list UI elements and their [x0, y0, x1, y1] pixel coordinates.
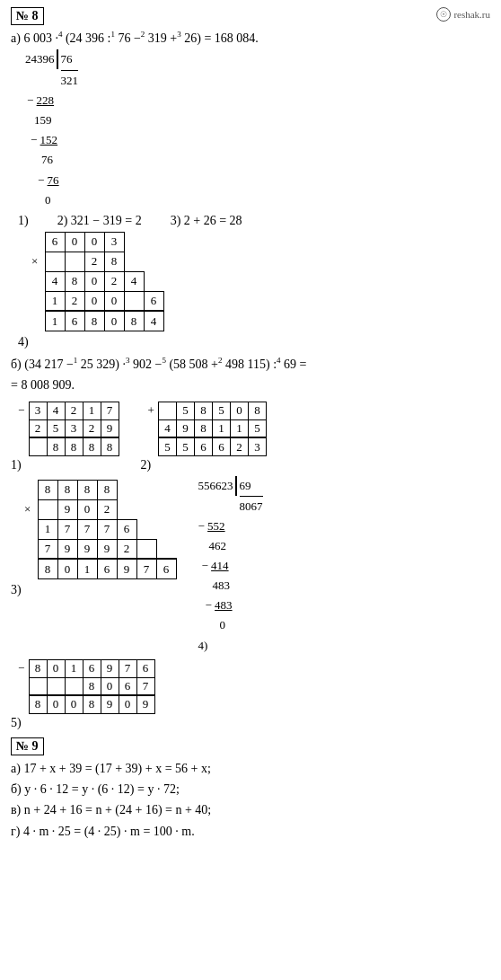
s1r2c1: 2 [29, 419, 47, 437]
s1r1c4: 1 [83, 402, 101, 419]
div-b-divisor: 69 [240, 476, 263, 497]
p1-c3: 0 [84, 271, 104, 291]
a1r1c6: 8 [249, 402, 267, 419]
part-a-section: а) 6 003 ·4 (24 396 :1 76 −2 319 +3 26) … [11, 29, 490, 349]
s2r2c7: 7 [136, 677, 154, 695]
div-rem-2: 76 [41, 150, 78, 170]
part-a-header: а) 6 003 ·4 (24 396 :1 76 −2 319 +3 26) … [11, 29, 490, 48]
s1r1c3: 2 [65, 402, 83, 419]
mb-r1c3: 8 [77, 480, 97, 499]
op-blank3 [25, 291, 45, 311]
long-division-a1: 24396 76 321 − 228 159 − 152 76 − 76 0 [25, 49, 78, 210]
a1r2c1: 4 [159, 419, 177, 437]
div-b-r2: 483 [213, 576, 263, 596]
sub2-op: − [14, 659, 29, 677]
res-c3: 8 [84, 311, 104, 331]
mb-blank4 [18, 559, 38, 578]
a1r3c5: 2 [231, 437, 249, 455]
s1r2c3: 3 [65, 419, 83, 437]
s2r3c2: 0 [47, 695, 65, 713]
a1r2c4: 1 [213, 419, 231, 437]
mb-rc3: 1 [77, 559, 97, 578]
mb-rc5: 9 [117, 559, 136, 578]
b-step3-label: 3) [11, 583, 177, 597]
s1r3c4: 8 [83, 437, 101, 455]
p2-c4: 0 [104, 291, 124, 311]
div-rem-1: 159 [34, 110, 78, 130]
mult-table-a: 6 0 0 3 × 2 8 4 8 0 2 4 1 [25, 232, 164, 331]
sub2-blank2 [14, 695, 29, 713]
div-b-quotient: 8067 [240, 497, 263, 516]
b-step5-block: − 8 0 1 6 9 7 6 8 0 6 7 8 [11, 659, 490, 730]
div-b-s2: − 414 [202, 556, 263, 576]
a1r3c3: 6 [195, 437, 213, 455]
problem-9-label: № 9 [11, 737, 44, 755]
mb-blank2 [18, 519, 38, 539]
b-step4-label: 4) [198, 636, 263, 656]
b-step5-label: 5) [11, 716, 490, 730]
mb-p2c1: 7 [38, 539, 57, 559]
res-c1: 1 [45, 311, 65, 331]
a1r3c6: 3 [249, 437, 267, 455]
p2-c3: 0 [84, 291, 104, 311]
step2-a: 2) 321 − 319 = 2 [57, 214, 142, 228]
s2r3c5: 9 [101, 695, 119, 713]
s2r1c4: 6 [83, 659, 101, 677]
part-b-result: = 8 008 909. [11, 375, 490, 394]
s2r1c7: 6 [136, 659, 154, 677]
mb-r1c1: 8 [38, 480, 57, 499]
m-c2: 0 [65, 232, 84, 252]
reshak-url: reshak.ru [453, 9, 490, 20]
arith-add1: + 5 8 5 0 8 4 9 8 1 1 5 [145, 402, 268, 456]
p9-part-b: б) y · 6 · 12 = y · (6 · 12) = y · 72; [11, 780, 490, 799]
op-blank [25, 232, 45, 252]
s2r3c6: 0 [119, 695, 136, 713]
a1r2c3: 8 [195, 419, 213, 437]
mb-op: × [18, 499, 38, 519]
problem-8-label: № 8 [11, 7, 44, 25]
s2r1c2: 0 [47, 659, 65, 677]
b-step1-label: 1) [11, 458, 119, 472]
a1r1c5: 0 [231, 402, 249, 419]
part-b-header: б) (34 217 −1 25 329) ·3 902 −5 (58 508 … [11, 355, 490, 374]
a1r3c1: 5 [159, 437, 177, 455]
b-step2-label: 2) [141, 458, 268, 472]
mb-p2c2: 9 [57, 539, 77, 559]
res-c5: 8 [124, 311, 144, 331]
sub2-blank [14, 677, 29, 695]
div-b-s1: − 552 [198, 516, 263, 536]
s2r1c5: 9 [101, 659, 119, 677]
mb-rc6: 7 [136, 559, 156, 578]
mb-p1c1: 1 [38, 519, 57, 539]
step4-a: 6 0 0 3 × 2 8 4 8 0 2 4 1 [18, 232, 490, 349]
a1r2c5: 1 [231, 419, 249, 437]
mb-rc1: 8 [38, 559, 57, 578]
p2-c6: 6 [144, 291, 163, 311]
m-c1: 6 [45, 232, 65, 252]
s1r1c5: 7 [101, 402, 119, 419]
a1r3c4: 6 [213, 437, 231, 455]
mb-r2c2: 9 [57, 499, 77, 519]
s1r1c1: 3 [29, 402, 47, 419]
arith-sub2: − 8 0 1 6 9 7 6 8 0 6 7 8 [14, 659, 155, 714]
s1r2c4: 2 [83, 419, 101, 437]
s2r2c6: 6 [119, 677, 136, 695]
s2r2c4: 8 [83, 677, 101, 695]
mb-rc7: 6 [156, 559, 176, 578]
div-b-s3: − 483 [206, 596, 263, 615]
divisor-a: 76 [61, 49, 79, 71]
s1r3c2: 8 [47, 437, 65, 455]
mb-r2c1 [38, 499, 57, 519]
part-a-step1-block: 24396 76 321 − 228 159 − 152 76 − 76 0 [11, 49, 490, 210]
sub1-blank2 [14, 437, 29, 455]
p9-part-d: г) 4 · m · 25 = (4 · 25) · m = 100 · m. [11, 822, 490, 842]
s2r3c3: 0 [65, 695, 83, 713]
part-b-section: б) (34 217 −1 25 329) ·3 902 −5 (58 508 … [11, 355, 490, 730]
b-step3-block: 8 8 8 8 × 9 0 2 1 7 7 7 [11, 476, 177, 597]
m-c3: 0 [84, 232, 104, 252]
div-b-r1: 462 [209, 536, 263, 556]
mb-r2c4: 2 [97, 499, 117, 519]
problem-9-header: № 9 [11, 737, 490, 755]
mult-b: 8 8 8 8 × 9 0 2 1 7 7 7 [18, 480, 177, 579]
steps-row-a: 1) 2) 321 − 319 = 2 3) 2 + 26 = 28 [18, 214, 490, 228]
